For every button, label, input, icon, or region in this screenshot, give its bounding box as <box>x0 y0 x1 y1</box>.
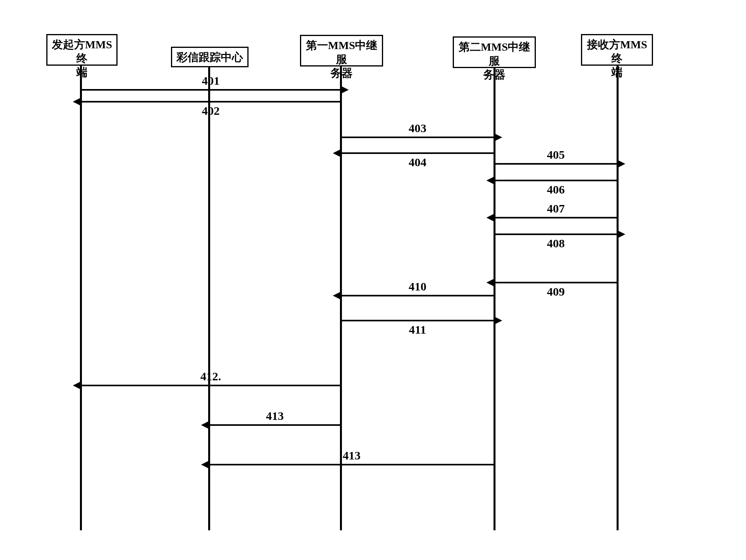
arrowhead-m411 <box>494 316 502 325</box>
arrowhead-m405 <box>617 159 625 168</box>
participant-p2: 彩信跟踪中心 <box>171 47 249 67</box>
message-label-m411: 411 <box>409 323 426 336</box>
message-label-m404: 404 <box>409 156 427 169</box>
message-label-m413b: 413 <box>343 449 361 462</box>
message-label-m408: 408 <box>547 237 565 250</box>
message-label-m412: 412. <box>200 370 221 383</box>
arrowhead-m407 <box>486 213 495 222</box>
arrowhead-m410 <box>333 291 342 300</box>
message-m406 <box>494 180 617 181</box>
message-m413b <box>209 464 494 465</box>
message-label-m401: 401 <box>202 74 220 87</box>
message-label-m409: 409 <box>547 285 565 298</box>
arrowhead-m412 <box>73 381 82 390</box>
message-m411 <box>341 320 494 321</box>
arrowhead-m409 <box>486 278 495 287</box>
arrowhead-m404 <box>333 149 342 158</box>
message-label-m405: 405 <box>547 148 565 161</box>
message-m407 <box>494 217 617 218</box>
message-m412 <box>81 385 341 386</box>
sequence-diagram: 发起方MMS终端彩信跟踪中心第一MMS中继服务器第二MMS中继服务器接收方MMS… <box>0 0 746 560</box>
arrowhead-m401 <box>340 85 349 94</box>
message-m408 <box>494 233 617 235</box>
participant-p4: 第二MMS中继服务器 <box>453 36 536 68</box>
message-label-m403: 403 <box>409 121 427 135</box>
arrowhead-m402 <box>73 97 82 106</box>
arrowhead-m408 <box>617 230 625 239</box>
message-label-m407: 407 <box>547 202 565 215</box>
participant-p1: 发起方MMS终端 <box>46 34 118 66</box>
arrowhead-m413 <box>201 421 210 429</box>
participant-p3: 第一MMS中继服务器 <box>300 35 383 66</box>
arrowhead-m413b <box>201 460 210 469</box>
message-m401 <box>81 89 341 91</box>
arrowhead-m406 <box>486 176 495 185</box>
message-m409 <box>494 282 617 283</box>
message-m403 <box>341 137 494 138</box>
participant-p5: 接收方MMS终端 <box>581 34 653 66</box>
message-m405 <box>494 163 617 165</box>
lifeline-p5 <box>617 66 619 530</box>
lifeline-p1 <box>80 66 82 530</box>
message-m402 <box>81 101 341 103</box>
message-label-m413: 413 <box>266 409 284 423</box>
message-label-m410: 410 <box>409 280 427 293</box>
message-m404 <box>341 152 494 154</box>
message-label-m402: 402 <box>202 104 220 118</box>
arrowhead-m403 <box>494 133 502 142</box>
message-m413 <box>209 424 341 426</box>
message-m410 <box>341 295 494 296</box>
message-label-m406: 406 <box>547 183 565 196</box>
